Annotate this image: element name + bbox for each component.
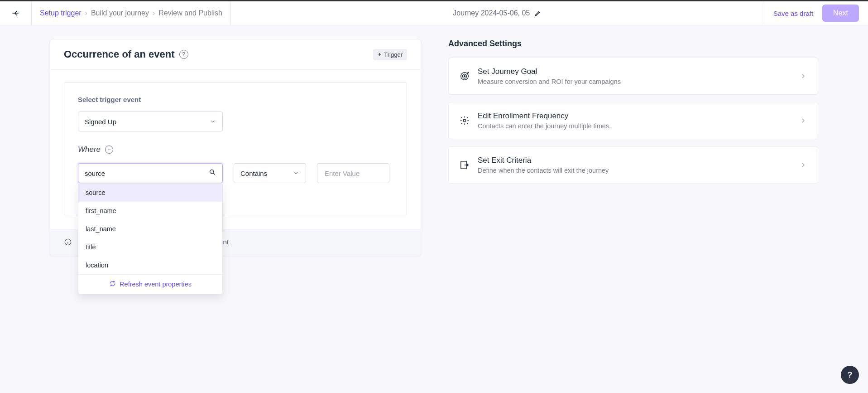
- card-header: Occurrence of an event ? Trigger: [50, 39, 421, 70]
- config-box: Select trigger event Signed Up Where −: [64, 82, 407, 215]
- svg-point-0: [210, 170, 214, 174]
- exit-icon: [460, 160, 470, 170]
- advanced-settings-title: Advanced Settings: [448, 39, 818, 49]
- breadcrumb-build-journey[interactable]: Build your journey: [91, 9, 149, 17]
- where-label: Where: [78, 145, 101, 154]
- chevron-right-icon: [800, 73, 807, 80]
- setting-title: Edit Enrollment Frequency: [478, 112, 791, 121]
- help-icon[interactable]: ?: [179, 50, 188, 59]
- journey-name: Journey 2024-05-06, 05: [453, 9, 530, 17]
- dropdown-option-location[interactable]: location: [78, 256, 222, 274]
- remove-condition-icon[interactable]: −: [105, 146, 113, 154]
- gear-icon: [460, 116, 470, 126]
- svg-point-4: [464, 76, 465, 77]
- chevron-right-icon: [800, 117, 807, 124]
- property-search-field[interactable]: [85, 170, 209, 177]
- setting-journey-goal[interactable]: Set Journey Goal Measure conversion and …: [448, 58, 818, 95]
- breadcrumb-setup-trigger[interactable]: Setup trigger: [40, 9, 82, 17]
- selected-event: Signed Up: [85, 118, 116, 126]
- property-dropdown: source first_name last_name title locati…: [78, 183, 223, 294]
- card-title: Occurrence of an event: [64, 49, 175, 60]
- chevron-down-icon: [293, 170, 299, 176]
- select-trigger-label: Select trigger event: [78, 96, 393, 103]
- save-draft-button[interactable]: Save as draft: [773, 10, 813, 17]
- arrow-left-icon: [11, 9, 20, 18]
- chevron-right-icon: ›: [153, 9, 155, 17]
- top-actions: Save as draft Next: [764, 5, 868, 22]
- advanced-settings-sidebar: Advanced Settings Set Journey Goal Measu…: [448, 39, 818, 256]
- chevron-down-icon: [210, 118, 216, 125]
- help-fab[interactable]: ?: [841, 366, 859, 384]
- breadcrumbs: Setup trigger › Build your journey › Rev…: [32, 1, 231, 25]
- operator-value: Contains: [240, 170, 267, 177]
- top-bar: Setup trigger › Build your journey › Rev…: [0, 0, 868, 25]
- setting-title: Set Journey Goal: [478, 67, 791, 76]
- property-search-input[interactable]: [78, 163, 223, 183]
- value-input[interactable]: [317, 163, 389, 183]
- trigger-config-card: Occurrence of an event ? Trigger Select …: [50, 39, 421, 256]
- edit-icon[interactable]: [534, 10, 542, 17]
- next-button[interactable]: Next: [822, 5, 859, 22]
- setting-desc: Measure conversion and ROI for your camp…: [478, 78, 791, 85]
- setting-enrollment-frequency[interactable]: Edit Enrollment Frequency Contacts can e…: [448, 102, 818, 139]
- lightning-icon: [378, 52, 382, 57]
- dropdown-option-first-name[interactable]: first_name: [78, 202, 222, 220]
- svg-point-5: [463, 119, 466, 122]
- setting-exit-criteria[interactable]: Set Exit Criteria Define when the contac…: [448, 146, 818, 184]
- breadcrumb-review-publish[interactable]: Review and Publish: [158, 9, 222, 17]
- setting-desc: Define when the contacts will exit the j…: [478, 167, 791, 174]
- info-icon: [64, 238, 72, 246]
- chevron-right-icon: ›: [85, 9, 87, 17]
- dropdown-option-last-name[interactable]: last_name: [78, 220, 222, 238]
- setting-title: Set Exit Criteria: [478, 156, 791, 165]
- dropdown-option-source[interactable]: source: [78, 184, 222, 202]
- trigger-badge: Trigger: [373, 49, 407, 60]
- refresh-icon: [109, 280, 116, 288]
- journey-title-area: Journey 2024-05-06, 05: [231, 1, 764, 25]
- trigger-event-select[interactable]: Signed Up: [78, 112, 223, 131]
- refresh-properties-button[interactable]: Refresh event properties: [78, 274, 222, 294]
- target-icon: [460, 71, 470, 81]
- chevron-right-icon: [800, 161, 807, 169]
- dropdown-option-title[interactable]: title: [78, 238, 222, 256]
- setting-desc: Contacts can enter the journey multiple …: [478, 122, 791, 130]
- search-icon: [209, 169, 216, 178]
- operator-select[interactable]: Contains: [234, 163, 306, 183]
- back-button[interactable]: [0, 1, 32, 25]
